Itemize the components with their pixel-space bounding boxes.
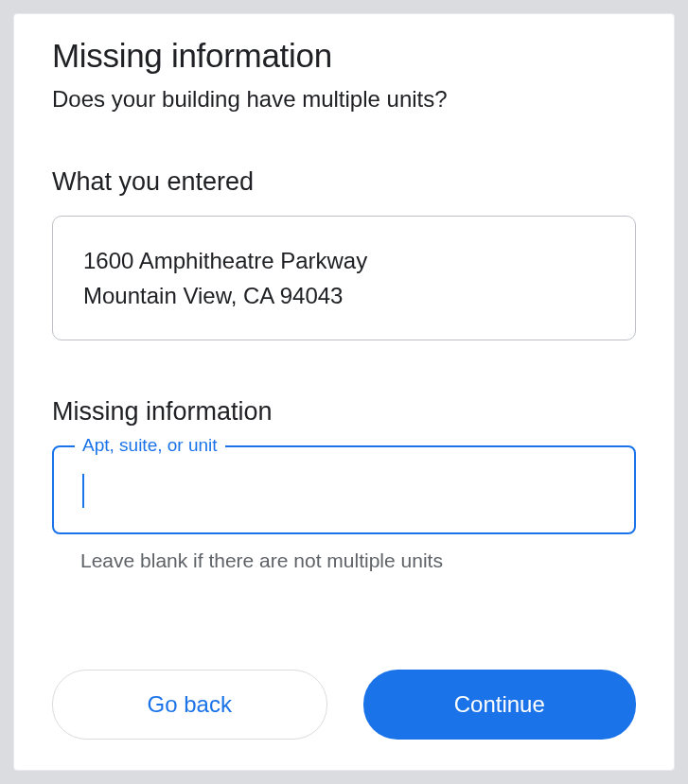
text-cursor: [82, 474, 84, 508]
unit-helper-text: Leave blank if there are not multiple un…: [52, 549, 636, 572]
unit-input-wrapper: Apt, suite, or unit: [52, 445, 636, 534]
missing-section-label: Missing information: [52, 397, 636, 427]
dialog-title: Missing information: [52, 37, 636, 75]
entered-address-box: 1600 Amphitheatre Parkway Mountain View,…: [52, 216, 636, 340]
address-line-2: Mountain View, CA 94043: [83, 278, 605, 313]
entered-section-label: What you entered: [52, 167, 636, 197]
continue-button[interactable]: Continue: [363, 670, 637, 740]
missing-info-dialog: Missing information Does your building h…: [13, 13, 675, 771]
dialog-subtitle: Does your building have multiple units?: [52, 86, 636, 113]
unit-input-label: Apt, suite, or unit: [75, 435, 225, 456]
go-back-button[interactable]: Go back: [52, 670, 327, 740]
address-line-1: 1600 Amphitheatre Parkway: [83, 243, 605, 278]
button-row: Go back Continue: [52, 670, 636, 740]
unit-input[interactable]: [52, 445, 636, 534]
